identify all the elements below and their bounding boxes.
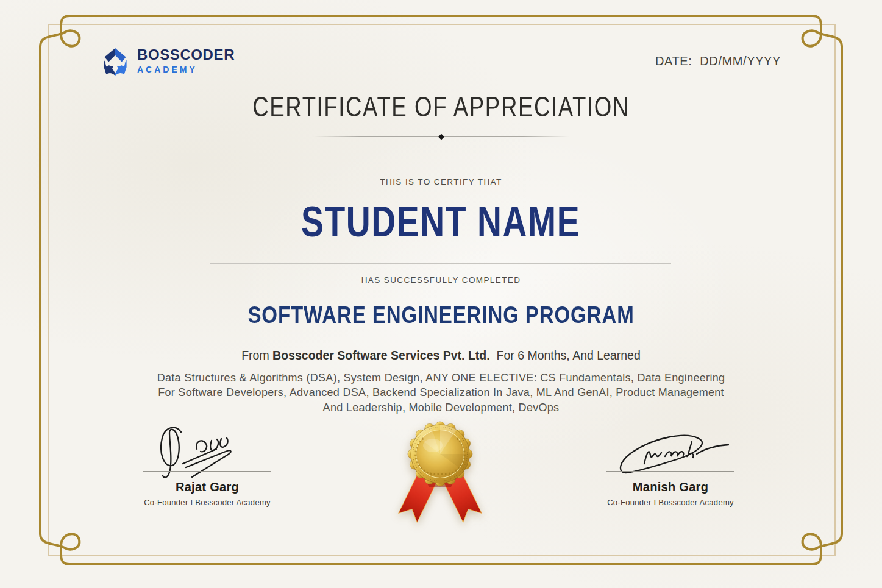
program-name-wrap: SOFTWARE ENGINEERING PROGRAM <box>0 303 882 327</box>
date-field: DATE: DD/MM/YYYY <box>655 54 781 68</box>
curriculum-text: Data Structures & Algorithms (DSA), Syst… <box>118 370 764 415</box>
brand-logo: BOSSCODER ACADEMY <box>100 48 235 76</box>
signature-line <box>143 471 271 472</box>
signatory-name: Rajat Garg <box>143 480 271 494</box>
certificate-title: CERTIFICATE OF APPRECIATION <box>252 92 630 121</box>
provider-name: Bosscoder Software Services Pvt. Ltd. <box>272 349 490 362</box>
duration-text: For 6 Months, And Learned <box>490 349 641 362</box>
program-from-line: From Bosscoder Software Services Pvt. Lt… <box>0 349 882 363</box>
from-prefix: From <box>241 349 272 362</box>
certificate-page: BOSSCODER ACADEMY DATE: DD/MM/YYYY CERTI… <box>0 0 882 588</box>
signature-rajat-garg-icon <box>149 422 271 483</box>
logo-subname: ACADEMY <box>137 65 235 74</box>
certify-text: THIS IS TO CERTIFY THAT <box>0 177 882 186</box>
logo-name: BOSSCODER <box>137 48 235 62</box>
student-name: STUDENT NAME <box>301 200 580 243</box>
signatory-name: Manish Garg <box>606 480 734 494</box>
award-medal-icon <box>388 416 492 525</box>
title-divider <box>313 136 569 137</box>
student-name-rule <box>210 263 671 264</box>
date-value: DD/MM/YYYY <box>700 54 781 68</box>
signatory-title: Co-Founder I Bosscoder Academy <box>143 498 271 507</box>
certificate-title-wrap: CERTIFICATE OF APPRECIATION <box>0 92 882 121</box>
diamond-separator-icon <box>438 133 444 140</box>
signature-block-left: Rajat Garg Co-Founder I Bosscoder Academ… <box>143 423 271 515</box>
student-name-wrap: STUDENT NAME <box>0 200 882 243</box>
logo-text: BOSSCODER ACADEMY <box>137 48 235 74</box>
signature-block-right: Manish Garg Co-Founder I Bosscoder Acade… <box>606 423 734 515</box>
completed-text: HAS SUCCESSFULLY COMPLETED <box>0 275 882 285</box>
signatory-title: Co-Founder I Bosscoder Academy <box>606 498 734 507</box>
signature-line <box>606 471 734 472</box>
program-name: SOFTWARE ENGINEERING PROGRAM <box>247 303 634 327</box>
date-label: DATE: <box>655 54 692 68</box>
bosscoder-logo-icon <box>100 48 130 76</box>
